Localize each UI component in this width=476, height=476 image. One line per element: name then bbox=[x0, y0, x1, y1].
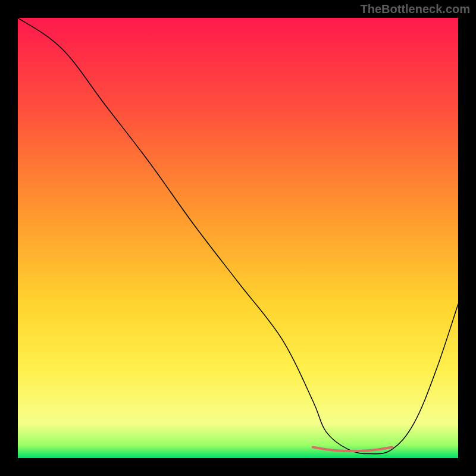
chart-svg bbox=[18, 18, 458, 458]
chart-background bbox=[18, 18, 458, 458]
chart-container bbox=[18, 18, 458, 458]
watermark-text: TheBottleneck.com bbox=[361, 2, 470, 16]
